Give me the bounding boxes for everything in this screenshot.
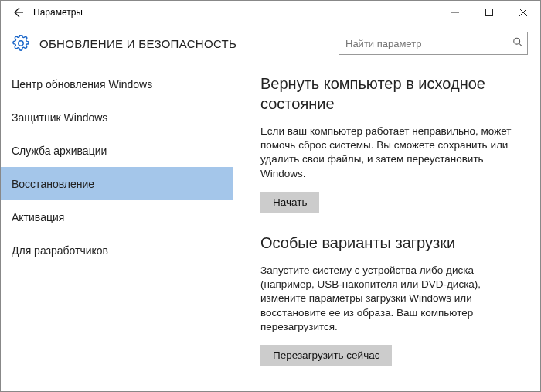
reset-heading: Вернуть компьютер в исходное состояние xyxy=(260,73,520,114)
content: Вернуть компьютер в исходное состояние Е… xyxy=(233,63,540,391)
maximize-button[interactable] xyxy=(472,1,506,24)
settings-icon xyxy=(12,34,30,53)
advanced-description: Запустите систему с устройства либо диск… xyxy=(260,264,520,334)
section-reset-pc: Вернуть компьютер в исходное состояние Е… xyxy=(260,73,520,213)
sidebar-item-windows-update[interactable]: Центр обновления Windows xyxy=(1,67,233,101)
sidebar-item-backup[interactable]: Служба архивации xyxy=(1,134,233,167)
arrow-left-icon xyxy=(12,6,24,19)
sidebar-item-recovery[interactable]: Восстановление xyxy=(1,167,233,200)
page-title: ОБНОВЛЕНИЕ И БЕЗОПАСНОСТЬ xyxy=(39,37,236,50)
window-controls xyxy=(438,1,540,24)
window-title: Параметры xyxy=(33,7,83,18)
back-button[interactable] xyxy=(7,1,29,24)
search-input[interactable] xyxy=(339,32,528,55)
titlebar: Параметры xyxy=(1,1,540,24)
restart-now-button[interactable]: Перезагрузить сейчас xyxy=(260,345,392,366)
sidebar-item-windows-defender[interactable]: Защитник Windows xyxy=(1,101,233,134)
search-wrapper xyxy=(339,32,528,55)
gear-icon xyxy=(12,35,29,52)
maximize-icon xyxy=(485,9,493,16)
sidebar-item-for-developers[interactable]: Для разработчиков xyxy=(1,233,233,267)
reset-description: Если ваш компьютер работает неправильно,… xyxy=(260,124,520,181)
minimize-icon xyxy=(451,9,459,16)
close-button[interactable] xyxy=(506,1,540,24)
sidebar-item-activation[interactable]: Активация xyxy=(1,200,233,233)
svg-rect-0 xyxy=(486,9,493,16)
header: ОБНОВЛЕНИЕ И БЕЗОПАСНОСТЬ xyxy=(1,24,540,63)
reset-start-button[interactable]: Начать xyxy=(260,192,319,213)
body: Центр обновления Windows Защитник Window… xyxy=(1,63,540,391)
minimize-button[interactable] xyxy=(438,1,472,24)
close-icon xyxy=(519,9,527,16)
advanced-heading: Особые варианты загрузки xyxy=(260,233,520,253)
sidebar: Центр обновления Windows Защитник Window… xyxy=(1,63,233,391)
section-advanced-startup: Особые варианты загрузки Запустите систе… xyxy=(260,233,520,366)
